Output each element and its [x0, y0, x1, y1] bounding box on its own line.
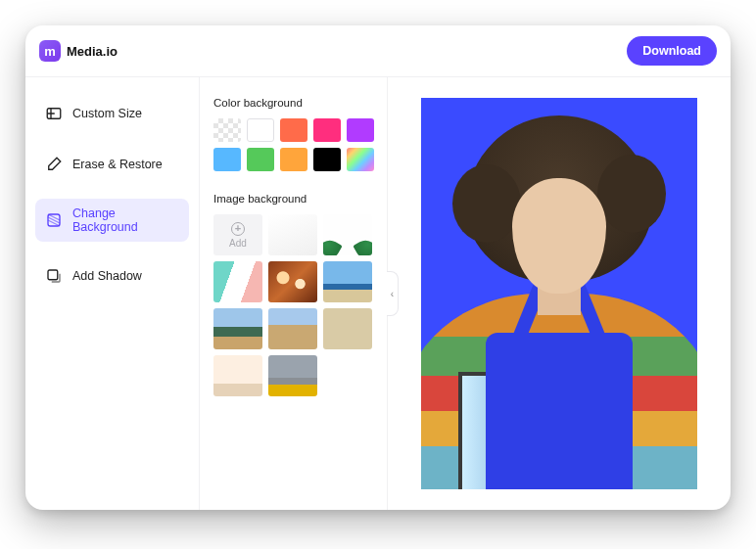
plus-icon: + — [231, 222, 245, 236]
image-background-thumb[interactable] — [323, 308, 372, 349]
crop-icon — [45, 105, 63, 122]
color-swatch[interactable] — [213, 148, 241, 171]
color-swatch[interactable] — [213, 118, 241, 142]
color-swatch[interactable] — [347, 148, 374, 171]
preview-area: ‹ — [388, 77, 731, 510]
image-background-thumb[interactable] — [268, 261, 317, 302]
sidebar-item-label: Custom Size — [72, 107, 142, 120]
sidebar-item-label: Change Background — [72, 206, 179, 234]
color-swatch-grid — [213, 118, 373, 171]
subject-apron — [486, 333, 633, 489]
sidebar-item-erase-restore[interactable]: Erase & Restore — [35, 148, 189, 181]
image-background-thumb[interactable] — [268, 214, 317, 255]
sidebar-item-custom-size[interactable]: Custom Size — [35, 97, 189, 130]
image-background-thumb[interactable] — [213, 308, 262, 349]
brand-name: Media.io — [67, 44, 118, 59]
image-background-thumb[interactable] — [268, 308, 317, 349]
chevron-left-icon: ‹ — [391, 289, 394, 299]
download-button[interactable]: Download — [627, 36, 717, 66]
color-swatch[interactable] — [313, 148, 341, 171]
svg-rect-2 — [48, 270, 58, 280]
image-background-thumb[interactable] — [323, 214, 372, 255]
image-background-thumb[interactable] — [323, 261, 372, 302]
image-background-thumb[interactable] — [213, 355, 262, 396]
app-header: Media.io Download — [25, 25, 731, 76]
color-swatch[interactable] — [247, 148, 274, 171]
sidebar-item-change-background[interactable]: Change Background — [35, 199, 189, 242]
color-swatch[interactable] — [247, 118, 274, 142]
color-swatch[interactable] — [280, 148, 307, 171]
color-swatch[interactable] — [313, 118, 341, 142]
color-swatch[interactable] — [347, 118, 374, 142]
sidebar-item-add-shadow[interactable]: Add Shadow — [35, 259, 189, 293]
image-section-title: Image background — [213, 193, 373, 205]
image-thumb-grid: +Add — [213, 214, 373, 396]
color-swatch[interactable] — [280, 118, 307, 142]
options-panel: Color background Image background +Add — [200, 77, 388, 510]
eraser-icon — [45, 156, 63, 173]
panel-collapse-handle[interactable]: ‹ — [387, 271, 399, 316]
image-background-thumb[interactable] — [268, 355, 317, 396]
app-body: Custom Size Erase & Restore — [25, 76, 731, 510]
sidebar-item-label: Erase & Restore — [72, 158, 163, 171]
sidebar-item-label: Add Shadow — [72, 269, 142, 283]
brand-logo-icon — [39, 40, 61, 62]
add-image-button[interactable]: +Add — [213, 214, 262, 255]
preview-canvas[interactable] — [421, 98, 697, 489]
background-icon — [45, 211, 63, 229]
color-section-title: Color background — [213, 97, 373, 109]
add-image-label: Add — [229, 238, 247, 249]
shadow-icon — [45, 267, 63, 285]
app-card: Media.io Download Custom Size — [25, 25, 731, 510]
brand: Media.io — [39, 40, 118, 62]
image-background-thumb[interactable] — [213, 261, 262, 302]
sidebar: Custom Size Erase & Restore — [25, 77, 200, 510]
